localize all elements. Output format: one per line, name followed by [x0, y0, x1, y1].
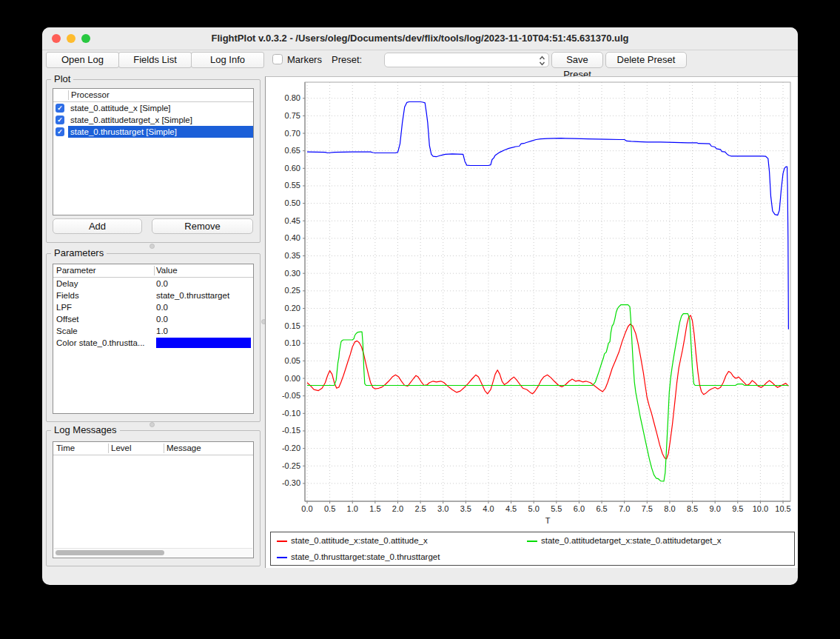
row-checkbox[interactable]: ✓ [56, 104, 64, 113]
y-tick-label: 0.30 [285, 269, 300, 278]
parameter-row[interactable]: Scale1.0 [53, 325, 253, 337]
plot-group-title: Plot [51, 73, 73, 84]
parameter-row[interactable]: Offset0.0 [53, 313, 253, 325]
open-log-button[interactable]: Open Log [46, 52, 119, 68]
save-preset-button[interactable]: Save Preset [551, 52, 603, 68]
header-divider [164, 444, 164, 453]
markers-checkbox[interactable] [272, 54, 283, 64]
parameter-value: 1.0 [156, 325, 252, 337]
splitter-handle[interactable] [149, 244, 155, 249]
window-title: FlightPlot v.0.3.2 - /Users/oleg/Documen… [72, 27, 768, 50]
combo-stepper-icon [539, 56, 545, 66]
screenshot-stage: FlightPlot v.0.3.2 - /Users/oleg/Documen… [0, 0, 840, 639]
x-tick-label: 2.0 [392, 504, 403, 513]
plot-row-label: state_0.attitudetarget_x [Simple] [68, 114, 253, 126]
plot-group: Plot Processor ✓state_0.attitude_x [Simp… [46, 79, 261, 243]
y-tick-label: 0.45 [285, 216, 300, 225]
fields-list-button[interactable]: Fields List [118, 52, 192, 68]
plot-table-row[interactable]: ✓state_0.attitudetarget_x [Simple] [53, 114, 253, 126]
markers-label: Markers [287, 52, 322, 68]
plot-table-header: Processor [53, 89, 253, 102]
color-swatch[interactable] [156, 338, 251, 348]
parameter-row[interactable]: Delay0.0 [53, 278, 253, 290]
x-tick-label: 2.5 [414, 504, 426, 513]
plot-table-row[interactable]: ✓state_0.thrusttarget [Simple] [53, 126, 253, 138]
x-tick-label: 9.0 [710, 504, 721, 513]
preset-combobox[interactable] [384, 53, 549, 67]
legend-row: state_0.attitude_x:state_0.attitude_xsta… [271, 532, 794, 549]
parameter-column-header: Parameter [56, 264, 96, 277]
series-line [307, 305, 788, 481]
y-tick-label: 0.60 [285, 164, 300, 173]
parameters-group-title: Parameters [51, 247, 107, 258]
y-tick-label: 0.40 [285, 233, 300, 242]
legend-series-swatch [527, 541, 537, 542]
titlebar[interactable]: FlightPlot v.0.3.2 - /Users/oleg/Documen… [42, 27, 798, 50]
header-divider [68, 90, 69, 100]
series-line [307, 315, 788, 459]
parameter-name: Scale [56, 325, 154, 337]
scrollbar-thumb[interactable] [56, 550, 164, 555]
parameter-row[interactable]: Fieldsstate_0.thrusttarget [53, 290, 253, 301]
x-tick-label: 5.5 [551, 504, 562, 513]
parameters-table-header: Parameter Value [53, 264, 253, 278]
legend-series-label: state_0.attitude_x:state_0.attitude_x [291, 536, 428, 545]
add-button[interactable]: Add [53, 218, 142, 234]
y-tick-label: 0.10 [285, 338, 300, 347]
log-messages-table[interactable]: Time Level Message [53, 441, 254, 558]
x-tick-label: 10.0 [753, 504, 768, 513]
x-axis-title: T [545, 516, 551, 525]
parameters-table[interactable]: Parameter Value Delay0.0Fieldsstate_0.th… [53, 264, 254, 414]
plot-table[interactable]: Processor ✓state_0.attitude_x [Simple]✓s… [53, 88, 254, 215]
horizontal-scrollbar[interactable] [54, 548, 252, 557]
chart-pane: 0.00.51.01.52.02.53.03.54.04.55.05.56.06… [265, 76, 798, 568]
legend-series-swatch [277, 557, 287, 558]
row-checkbox[interactable]: ✓ [56, 127, 64, 136]
log-messages-group-title: Log Messages [51, 424, 120, 435]
time-column-header: Time [56, 442, 75, 455]
plot-row-label: state_0.thrusttarget [Simple] [68, 126, 253, 138]
chart-legend: state_0.attitude_x:state_0.attitude_xsta… [270, 532, 795, 566]
x-tick-label: 10.5 [775, 504, 790, 513]
legend-series-swatch [277, 541, 287, 542]
parameter-name: Offset [56, 313, 154, 325]
x-tick-label: 8.0 [664, 504, 675, 513]
processor-column-header: Processor [71, 89, 110, 101]
y-tick-label: 0.55 [285, 181, 300, 190]
message-column-header: Message [167, 442, 201, 455]
parameters-group: Parameters Parameter Value Delay0.0Field… [46, 253, 261, 422]
y-tick-label: 0.70 [285, 129, 300, 138]
chart-svg[interactable]: 0.00.51.01.52.02.53.03.54.04.55.05.56.06… [268, 79, 795, 529]
x-tick-label: 9.5 [732, 504, 743, 513]
plot-table-row[interactable]: ✓state_0.attitude_x [Simple] [53, 102, 253, 114]
delete-preset-button[interactable]: Delete Preset [605, 52, 687, 68]
y-tick-label: -0.15 [282, 426, 300, 435]
y-tick-label: 0.65 [285, 146, 300, 155]
row-checkbox[interactable]: ✓ [56, 116, 64, 124]
parameter-row[interactable]: LPF0.0 [53, 301, 253, 313]
y-tick-label: 0.00 [285, 374, 300, 383]
y-tick-label: 0.50 [285, 198, 300, 207]
splitter-handle[interactable] [149, 422, 155, 427]
parameter-value: 0.0 [156, 278, 252, 290]
y-tick-label: -0.05 [282, 391, 300, 400]
parameter-name: Color state_0.thrustta... [56, 337, 154, 349]
close-window-button[interactable] [52, 34, 61, 43]
x-tick-label: 6.5 [596, 504, 607, 513]
x-tick-label: 4.5 [505, 504, 517, 513]
y-tick-label: 0.20 [285, 304, 300, 312]
x-tick-label: 3.5 [460, 504, 471, 513]
x-tick-label: 7.5 [642, 504, 653, 513]
parameters-table-body: Delay0.0Fieldsstate_0.thrusttargetLPF0.0… [53, 278, 253, 349]
plot-border [305, 82, 790, 501]
y-tick-label: 0.75 [285, 111, 300, 120]
x-tick-label: 4.0 [483, 504, 494, 513]
parameter-row[interactable]: Color state_0.thrustta... [53, 337, 253, 349]
y-tick-label: 0.05 [285, 356, 300, 365]
level-column-header: Level [111, 442, 132, 455]
legend-item: state_0.attitudetarget_x:state_0.attitud… [527, 532, 722, 549]
remove-button[interactable]: Remove [152, 218, 253, 234]
parameter-value: 0.0 [156, 313, 252, 325]
log-info-button[interactable]: Log Info [191, 52, 264, 68]
header-divider [154, 266, 155, 275]
